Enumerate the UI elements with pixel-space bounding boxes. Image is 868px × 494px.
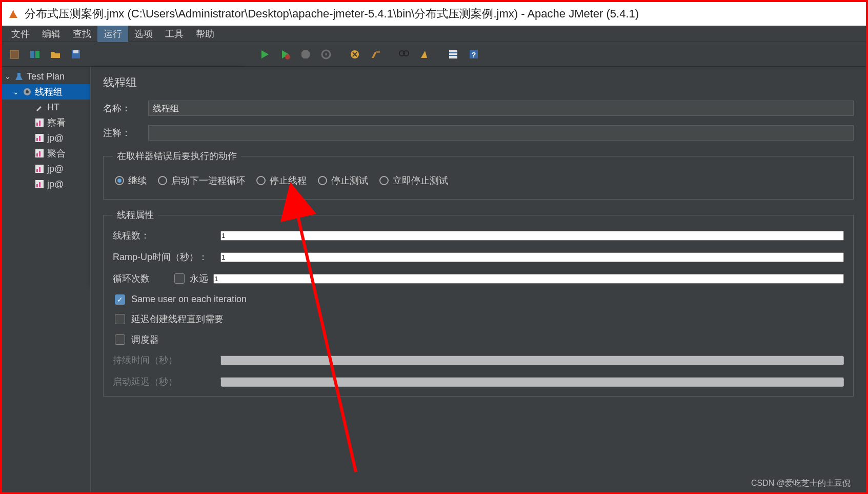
clear-icon[interactable] xyxy=(347,46,363,63)
comment-input[interactable] xyxy=(148,125,854,141)
radio-icon xyxy=(115,176,124,185)
svg-rect-2 xyxy=(35,51,39,58)
menu-help[interactable]: 帮助 xyxy=(190,26,220,42)
watermark: CSDN @爱吃芝士的土豆倪 xyxy=(751,478,851,489)
tree-thread-group-label: 线程组 xyxy=(35,86,63,98)
svg-rect-28 xyxy=(39,151,41,156)
chevron-down-icon[interactable]: ⌄ xyxy=(12,88,19,96)
window-titlebar: 分布式压测案例.jmx (C:\Users\Administrator\Desk… xyxy=(2,2,866,26)
ramp-input[interactable] xyxy=(220,252,844,262)
ramp-label: Ramp-Up时间（秒）： xyxy=(113,251,215,263)
shutdown-icon[interactable] xyxy=(318,46,334,63)
menu-run[interactable]: 运行 xyxy=(97,26,128,42)
radio-stop-now[interactable]: 立即停止测试 xyxy=(379,174,448,187)
tree-item[interactable]: jp@ xyxy=(2,176,90,192)
svg-rect-27 xyxy=(36,153,38,156)
svg-rect-33 xyxy=(36,184,38,187)
chart-icon xyxy=(34,117,45,128)
scheduler-checkbox[interactable] xyxy=(115,334,125,345)
svg-rect-22 xyxy=(39,121,41,126)
svg-rect-34 xyxy=(39,182,41,187)
error-action-fieldset: 在取样器错误后要执行的动作 继续 启动下一进程循环 停止线程 停止测试 立即停止… xyxy=(103,150,854,200)
tree-root-label: Test Plan xyxy=(27,71,65,82)
open-icon[interactable] xyxy=(47,46,64,63)
forever-label: 永远 xyxy=(190,272,208,285)
panel-title: 线程组 xyxy=(103,75,854,90)
tree-item[interactable]: HT xyxy=(2,100,90,115)
chart-icon xyxy=(34,148,45,159)
start-no-pause-icon[interactable] xyxy=(277,46,293,63)
name-input[interactable] xyxy=(148,101,854,116)
tree-root[interactable]: ⌄ Test Plan xyxy=(2,69,90,84)
help-icon[interactable]: ? xyxy=(466,46,482,63)
svg-text:?: ? xyxy=(472,51,476,59)
duration-label: 持续时间（秒） xyxy=(113,354,215,366)
new-icon[interactable] xyxy=(6,46,23,63)
svg-point-19 xyxy=(26,90,29,93)
menu-file[interactable]: 文件 xyxy=(5,26,36,42)
menu-search[interactable]: 查找 xyxy=(67,26,97,42)
content-area: ⌄ Test Plan ⌄ 线程组 HT 察看 jp@ 聚合 jp@ jp@ 启… xyxy=(2,67,866,492)
tree-item[interactable]: 察看 xyxy=(2,115,90,130)
beaker-icon xyxy=(13,71,25,82)
svg-rect-0 xyxy=(10,50,18,58)
radio-icon xyxy=(256,176,266,185)
stop-icon[interactable] xyxy=(297,46,314,63)
startup-delay-label: 启动延迟（秒） xyxy=(113,376,215,388)
svg-rect-25 xyxy=(39,136,41,141)
tree-item[interactable]: jp@ xyxy=(2,161,90,176)
svg-rect-1 xyxy=(30,51,34,58)
forever-checkbox[interactable] xyxy=(174,273,185,284)
svg-rect-9 xyxy=(376,51,380,53)
menu-edit[interactable]: 编辑 xyxy=(36,26,67,42)
save-icon[interactable] xyxy=(68,46,84,63)
radio-stop-test[interactable]: 停止测试 xyxy=(318,174,368,187)
toolbar: ? xyxy=(2,42,866,67)
tree-item[interactable]: 聚合 xyxy=(2,146,90,161)
chart-icon xyxy=(34,132,45,144)
chart-icon xyxy=(34,179,45,190)
test-plan-tree[interactable]: ⌄ Test Plan ⌄ 线程组 HT 察看 jp@ 聚合 jp@ jp@ xyxy=(2,67,90,492)
scheduler-label: 调度器 xyxy=(131,333,159,346)
svg-rect-13 xyxy=(449,50,457,58)
radio-next-loop[interactable]: 启动下一进程循环 xyxy=(158,174,245,187)
window-title: 分布式压测案例.jmx (C:\Users\Administrator\Desk… xyxy=(25,6,639,22)
tree-item[interactable]: jp@ xyxy=(2,130,90,146)
clear-all-icon[interactable] xyxy=(367,46,383,63)
jmeter-logo-icon xyxy=(7,8,19,20)
svg-rect-24 xyxy=(36,138,38,141)
svg-rect-31 xyxy=(39,167,41,172)
delay-create-checkbox[interactable] xyxy=(115,314,125,324)
menu-tools[interactable]: 工具 xyxy=(159,26,190,42)
startup-delay-input[interactable] xyxy=(220,377,844,387)
delay-create-label: 延迟创建线程直到需要 xyxy=(131,313,224,325)
radio-icon xyxy=(158,176,167,185)
radio-continue[interactable]: 继续 xyxy=(115,174,147,187)
comment-label: 注释： xyxy=(103,127,139,139)
menu-options[interactable]: 选项 xyxy=(128,26,159,42)
threads-label: 线程数： xyxy=(113,229,215,242)
svg-point-5 xyxy=(285,54,290,60)
menubar: 文件 编辑 查找 运行 选项 工具 帮助 xyxy=(2,26,866,42)
duration-input[interactable] xyxy=(220,355,844,365)
start-icon[interactable] xyxy=(256,46,273,63)
svg-rect-4 xyxy=(73,50,78,53)
same-user-label: Same user on each iteration xyxy=(131,294,247,305)
reset-search-icon[interactable] xyxy=(416,46,433,63)
threads-input[interactable] xyxy=(220,231,844,241)
loop-label: 循环次数 xyxy=(113,272,169,285)
same-user-checkbox[interactable] xyxy=(115,294,125,305)
chevron-down-icon[interactable]: ⌄ xyxy=(4,72,11,81)
tree-thread-group[interactable]: ⌄ 线程组 xyxy=(2,84,90,100)
error-legend: 在取样器错误后要执行的动作 xyxy=(113,150,241,162)
thread-group-panel: 线程组 名称： 注释： 在取样器错误后要执行的动作 继续 启动下一进程循环 停止… xyxy=(90,67,866,492)
radio-icon xyxy=(379,176,389,185)
function-helper-icon[interactable] xyxy=(445,46,461,63)
loop-input[interactable] xyxy=(213,274,844,284)
search-icon[interactable] xyxy=(396,46,412,63)
svg-rect-21 xyxy=(36,123,38,126)
templates-icon[interactable] xyxy=(27,46,43,63)
radio-stop-thread[interactable]: 停止线程 xyxy=(256,174,307,187)
thread-legend: 线程属性 xyxy=(113,209,158,221)
name-label: 名称： xyxy=(103,102,139,114)
